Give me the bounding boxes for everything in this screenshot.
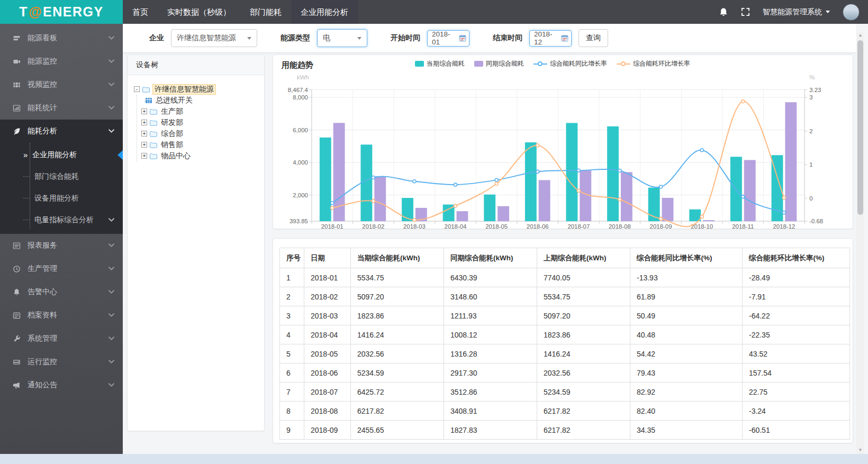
chart-icon (13, 104, 21, 112)
top-nav-tab-3[interactable]: 部门能耗 (240, 0, 291, 24)
table-cell: 79.43 (630, 363, 743, 383)
table-cell: -7.91 (743, 287, 850, 306)
sidebar-item[interactable]: 生产管理 (0, 257, 123, 280)
table-cell: 6217.82 (537, 421, 630, 440)
table-cell: -3.24 (743, 402, 850, 421)
svg-text:2,000: 2,000 (293, 192, 308, 198)
svg-text:393.85: 393.85 (290, 218, 308, 224)
chevron-down-icon (108, 267, 114, 271)
table-cell: 34.35 (630, 421, 743, 440)
table-row: 22018-025097.203148.605534.7561.89-7.91 (280, 287, 850, 306)
table-row: 12018-015534.756430.397740.05-13.93-28.4… (280, 268, 850, 287)
chevron-down-icon (108, 243, 114, 248)
table-cell: 1823.86 (537, 325, 630, 344)
svg-text:8,000: 8,000 (293, 94, 308, 101)
sidebar-subitem-label: 电量指标综合分析 (34, 215, 104, 225)
tree-dotted-stub (23, 176, 30, 177)
sidebar-item[interactable]: 运行监控 (0, 350, 123, 374)
chevron-down-icon (826, 11, 830, 13)
chevron-down-icon (108, 360, 114, 364)
top-nav-tab-2[interactable]: 实时数据（秒级） (158, 0, 240, 24)
svg-text:2018-08: 2018-08 (609, 223, 631, 229)
collapse-minus-icon[interactable]: - (134, 86, 140, 92)
svg-text:2: 2 (809, 128, 812, 134)
sidebar-item[interactable]: 告警中心 (0, 280, 123, 304)
tree-node[interactable]: +物品中心 (141, 150, 260, 161)
sidebar-item[interactable]: 能耗统计 (0, 96, 123, 120)
sidebar-item[interactable]: 系统管理 (0, 327, 123, 350)
expand-plus-icon[interactable]: + (141, 142, 147, 148)
sidebar-subitem[interactable]: 电量指标综合分析 (0, 209, 123, 231)
sidebar-item[interactable]: 通知公告 (0, 374, 123, 397)
table-cell: 2032.56 (537, 363, 630, 383)
company-select[interactable]: 许继信息智慧能源 (171, 29, 257, 47)
expand-plus-icon[interactable]: + (141, 120, 147, 125)
start-date-input[interactable]: 2018-01 (427, 30, 469, 47)
sidebar-item[interactable]: 视频监控 (0, 73, 123, 96)
notification-bell-icon[interactable] (719, 7, 728, 17)
logo-text-suffix: ENERGY (43, 4, 104, 20)
expand-plus-icon[interactable]: + (141, 131, 147, 137)
expand-plus-icon[interactable]: + (141, 153, 147, 159)
tree-node[interactable]: +综合部 (141, 128, 260, 139)
end-date-input[interactable]: 2018-12 (529, 30, 572, 47)
tree-node-root[interactable]: -许继信息智慧能源 (134, 84, 260, 95)
table-row: 42018-041416.241008.121823.8640.48-22.35 (280, 325, 850, 344)
svg-text:3.23: 3.23 (809, 87, 821, 93)
system-name-dropdown[interactable]: 智慧能源管理系统 (763, 7, 830, 17)
scroll-down-arrow-icon[interactable]: ▼ (856, 447, 864, 454)
device-tree: -许继信息智慧能源总进线开关+生产部+研发部+综合部+销售部+物品中心 (128, 75, 264, 161)
sidebar-subitem[interactable]: 部门综合能耗 (0, 166, 123, 187)
trend-chart: 393.852,0004,0006,0008,0008,467.4-0.6801… (273, 55, 853, 229)
table-cell: 2018-02 (304, 287, 351, 306)
expand-plus-icon[interactable]: + (141, 108, 147, 114)
start-time-label: 开始时间 (391, 33, 420, 43)
table-row: 52018-052032.561316.281416.2454.4243.52 (280, 344, 850, 363)
sidebar-item-label: 能源监控 (28, 57, 102, 66)
table-cell: 1008.12 (444, 325, 537, 344)
tree-node[interactable]: +生产部 (141, 106, 260, 117)
vertical-scrollbar-thumb[interactable] (857, 40, 863, 215)
tree-node[interactable]: +研发部 (141, 117, 260, 128)
calendar-icon[interactable] (459, 34, 466, 42)
sidebar-item[interactable]: 能源看板 (0, 26, 123, 50)
bell-icon (13, 288, 21, 296)
svg-text:3: 3 (809, 94, 812, 101)
top-nav-tab-4[interactable]: 企业用能分析 (291, 0, 358, 24)
fullscreen-icon[interactable] (741, 7, 750, 16)
chevron-down-icon (108, 129, 114, 133)
table-cell: 7 (280, 383, 304, 402)
tree-node[interactable]: 总进线开关 (141, 95, 260, 106)
start-date-value: 2018-01 (432, 30, 457, 46)
svg-text:2018-02: 2018-02 (362, 223, 384, 229)
hdd-icon (13, 358, 21, 366)
tree-node[interactable]: +销售部 (141, 139, 260, 150)
sidebar-item[interactable]: 档案资料 (0, 304, 123, 327)
table-cell: 6425.72 (351, 383, 444, 402)
calendar-icon[interactable] (561, 34, 568, 42)
sidebar-subitem[interactable]: 设备用能分析 (0, 187, 123, 209)
table-cell: 2917.30 (444, 363, 537, 383)
energy-type-select[interactable]: 电 (317, 29, 367, 47)
table-cell: 2018-04 (304, 325, 351, 344)
energy-data-table-panel: 序号日期当期综合能耗(kWh)同期综合能耗(kWh)上期综合能耗(kWh)综合能… (273, 238, 853, 443)
sidebar-subitem-label: 设备用能分析 (34, 194, 114, 203)
chevron-down-icon (247, 37, 251, 40)
table-cell: 3408.91 (444, 402, 537, 421)
query-button[interactable]: 查询 (578, 29, 608, 47)
energy-type-label: 能源类型 (281, 33, 310, 43)
sidebar-item[interactable]: 报表服务 (0, 234, 123, 257)
sidebar-subitem[interactable]: »企业用能分析 (0, 144, 123, 166)
table-cell: 82.40 (630, 402, 743, 421)
horizontal-scrollbar[interactable] (0, 454, 868, 464)
table-cell: 3512.86 (444, 383, 537, 402)
user-avatar[interactable] (843, 4, 860, 21)
sidebar-item[interactable]: 能源监控 (0, 50, 123, 73)
device-tree-panel: 设备树 -许继信息智慧能源总进线开关+生产部+研发部+综合部+销售部+物品中心 (127, 54, 265, 431)
table-cell: 1316.28 (444, 344, 537, 363)
scroll-up-arrow-icon[interactable]: ▲ (856, 32, 864, 39)
column-header: 综合能耗同比增长率(%) (630, 248, 743, 268)
chevron-down-icon (108, 83, 114, 87)
sidebar-item[interactable]: 能耗分析 (0, 120, 123, 143)
top-nav-tab-1[interactable]: 首页 (123, 0, 158, 24)
